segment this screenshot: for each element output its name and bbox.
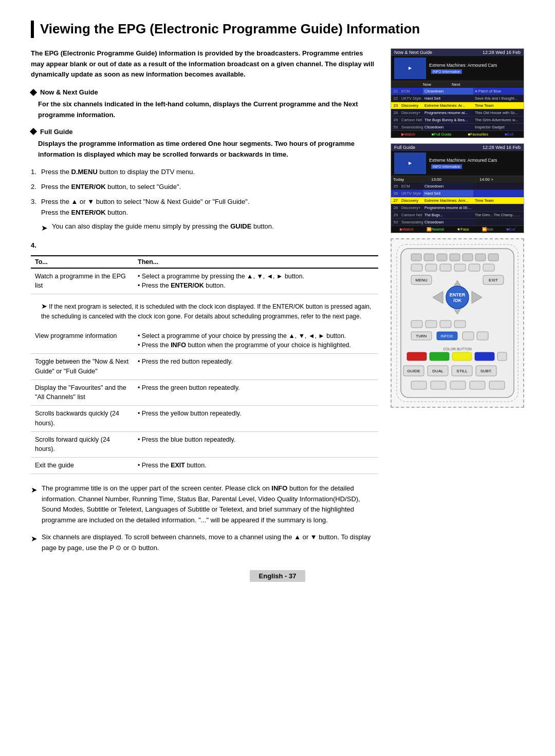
table-cell-to: Exit the guide: [31, 458, 134, 474]
section-title-now-next: Now & Next Guide: [31, 88, 378, 96]
table-row: Watch a programme in the EPG list • Sele…: [31, 268, 378, 294]
guide-table-2: View programme information • Select a pr…: [31, 328, 378, 474]
svg-rect-28: [454, 320, 466, 328]
epg-btn-favourites: ■Favourites: [468, 132, 489, 137]
table-cell-then: • Press the red button repeatedly.: [134, 354, 378, 380]
epg-row: 23 Discovery Extreme Machines: Ar... Tim…: [391, 102, 524, 109]
svg-text:SUBT.: SUBT.: [480, 369, 492, 373]
svg-rect-36: [407, 352, 427, 361]
table-cell-to: Display the "Favourites" and the "All Ch…: [31, 380, 134, 406]
epg-row: 29 Cartoon Net The Bugs Bunny & Bea... T…: [391, 117, 524, 124]
svg-rect-12: [469, 264, 480, 271]
scheduling-note: ➤ If the next program is selected, it is…: [41, 300, 378, 322]
epg-full-row: 25 ECM Closedown: [391, 183, 524, 190]
svg-rect-3: [437, 254, 447, 261]
epg-full-header: Full Guide 12:28 Wed 16 Feb: [391, 144, 524, 151]
intro-text: The EPG (Electronic Programme Guide) inf…: [31, 48, 378, 80]
step-1: Press the D.MENU button to display the D…: [31, 167, 378, 178]
table-header-to: To...: [31, 256, 134, 268]
svg-point-18: [446, 286, 469, 309]
epg-bottom-bar: ▶Watch ■Full Guide ■Favourites ■Exit: [391, 131, 524, 138]
epg-now-next-title: Now & Next Guide: [394, 50, 432, 55]
epg-full-time: 12:28 Wed 16 Feb: [483, 145, 521, 150]
section-body-full-guide: Displays the programme information as ti…: [38, 139, 378, 160]
left-column: The EPG (Electronic Programme Guide) inf…: [31, 48, 378, 560]
epg-full-preview-box: ▶: [394, 153, 426, 174]
bottom-note-2: ➤ Six channels are displayed. To scroll …: [31, 532, 378, 554]
table-row: Exit the guide • Press the EXIT button.: [31, 458, 378, 474]
svg-rect-6: [475, 254, 486, 261]
table-row: Scrolls backwards quickly (24 hours). • …: [31, 406, 378, 432]
step-4-container: 4. To... Then... Watch a programme in th…: [31, 241, 378, 474]
bottom-note-1: ➤ The programme title is on the upper pa…: [31, 483, 378, 526]
svg-text:DUAL: DUAL: [432, 369, 443, 373]
svg-rect-11: [454, 264, 466, 271]
epg-col-headers: Now Next: [391, 81, 524, 88]
svg-text:TURN: TURN: [416, 334, 427, 338]
epg-full-info-badge: INFO Information: [429, 164, 497, 169]
epg-full-channel-rows: 25 ECM Closedown 26 UKTV Style Hard Sell…: [391, 183, 524, 226]
svg-rect-38: [452, 352, 472, 361]
step-3: Press the ▲ or ▼ button to select "Now &…: [31, 197, 378, 234]
guide-button-note: You can also display the guide menu simp…: [52, 221, 274, 234]
epg-full-row: 29 Cartoon Net The Bugs... The Grim... T…: [391, 212, 524, 219]
svg-text:/OK: /OK: [453, 298, 462, 303]
epg-row: 28 Discovery+ Programmes resume at... Th…: [391, 109, 524, 117]
epg-now-next-header: Now & Next Guide 12:28 Wed 16 Feb: [391, 49, 524, 56]
svg-rect-53: [489, 381, 505, 389]
svg-rect-8: [411, 264, 422, 271]
table-row: Scrolls forward quickly (24 hours). • Pr…: [31, 431, 378, 458]
table-cell-then: • Press the green button repeatedly.: [134, 380, 378, 406]
step-4-label: 4.: [31, 241, 36, 249]
right-column: Now & Next Guide 12:28 Wed 16 Feb ▶ Extr…: [391, 48, 524, 560]
svg-rect-7: [488, 254, 498, 261]
epg-full-bottom-bar: ▶Watch ⏪Rewind ★Favs ⏩Adv ■Exit: [391, 226, 524, 233]
arrow-icon-4: ➤: [31, 533, 38, 545]
svg-text:INFO⊙: INFO⊙: [441, 334, 454, 338]
table-row: Toggle between the "Now & Next Guide" or…: [31, 354, 378, 380]
section-now-next: Now & Next Guide For the six channels in…: [31, 88, 378, 121]
table-cell-to: Watch a programme in the EPG list: [31, 268, 134, 294]
epg-full-row: 26 UKTV Style Hard Sell: [391, 190, 524, 197]
table-row: View programme information • Select a pr…: [31, 328, 378, 354]
epg-row: 21 ECM Closedown A Patch of Blue: [391, 88, 524, 95]
epg-btn-exit: ■Exit: [505, 132, 513, 137]
step-2: Press the ENTER/OK button, to select "Gu…: [31, 182, 378, 193]
svg-rect-37: [430, 352, 449, 361]
guide-table: To... Then... Watch a programme in the E…: [31, 255, 378, 295]
epg-info-badge: INFO Information: [429, 69, 497, 74]
epg-channel-rows: 21 ECM Closedown A Patch of Blue 22 UKTV…: [391, 88, 524, 131]
remote-svg: ENTER /OK MENU EXIT TURN INFO⊙: [396, 243, 519, 403]
steps-list: Press the D.MENU button to display the D…: [31, 167, 378, 234]
page-title: Viewing the EPG (Electronic Programme Gu…: [31, 21, 524, 38]
table-cell-to: Scrolls backwards quickly (24 hours).: [31, 406, 134, 432]
table-cell-then: • Press the EXIT button.: [134, 458, 378, 474]
remote-diagram: ENTER /OK MENU EXIT TURN INFO⊙: [391, 238, 524, 408]
epg-row: 22 UKTV Style Hard Sell Save this and I …: [391, 95, 524, 102]
epg-now-next-time: 12:28 Wed 16 Feb: [483, 50, 521, 55]
epg-full-row: 28 Discovery+ Programmes resume at 06:00: [391, 204, 524, 212]
epg-full-row: 27 Discovery Extreme Machines: Arm... Ti…: [391, 197, 524, 204]
table-cell-then: • Press the blue button repeatedly.: [134, 431, 378, 458]
svg-rect-39: [475, 352, 494, 361]
table-cell-then: • Select a programme by pressing the ▲, …: [134, 268, 378, 294]
svg-text:GUIDE: GUIDE: [407, 369, 420, 373]
diamond-icon-2: [30, 128, 37, 135]
epg-now-next-screenshot: Now & Next Guide 12:28 Wed 16 Feb ▶ Extr…: [391, 48, 524, 138]
table-header-then: Then...: [134, 256, 378, 268]
svg-text:MENU: MENU: [415, 278, 428, 282]
epg-row: 53 Swansealing Closedown Inspector Gadge…: [391, 124, 524, 131]
svg-rect-49: [411, 381, 427, 389]
epg-btn-watch2: ▶Watch: [400, 227, 414, 232]
epg-preview-text: Extreme Machines: Armoured Cars: [429, 63, 497, 68]
epg-full-col-headers: Today 13:00 14:00 >: [391, 176, 524, 183]
svg-rect-25: [411, 320, 422, 328]
svg-text:STILL: STILL: [456, 369, 468, 373]
table-cell-then: • Select a programme of your choice by p…: [134, 328, 378, 354]
svg-rect-4: [450, 254, 460, 261]
svg-rect-5: [462, 254, 473, 261]
svg-rect-51: [450, 381, 466, 389]
epg-full-row: 53 Swansealing Closedown: [391, 219, 524, 226]
epg-btn-fullguide: ■Full Guide: [432, 132, 452, 137]
epg-full-title: Full Guide: [394, 145, 415, 150]
